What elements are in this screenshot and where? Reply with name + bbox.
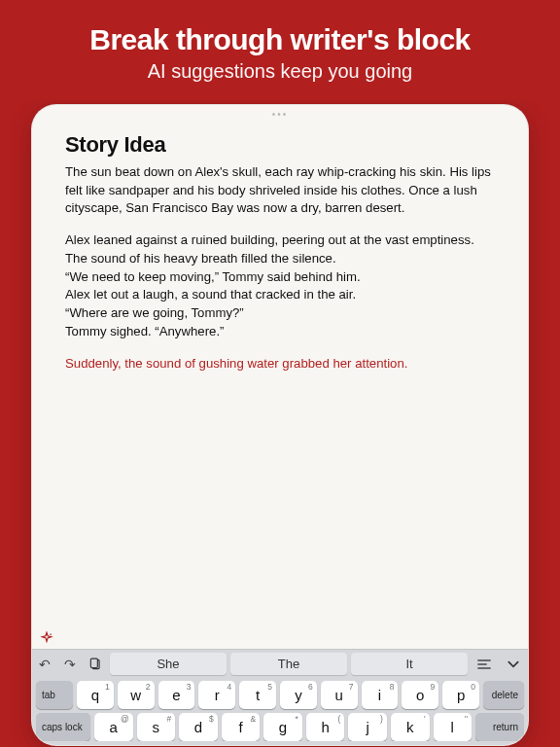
key-p[interactable]: p0 <box>442 681 479 709</box>
predictive-suggestion[interactable]: The <box>230 653 347 675</box>
hero-subtitle: AI suggestions keep you going <box>19 60 541 83</box>
key-r[interactable]: r4 <box>198 681 235 709</box>
clipboard-button[interactable] <box>83 650 108 678</box>
hide-keyboard-button[interactable] <box>499 650 528 678</box>
svg-rect-1 <box>90 658 97 667</box>
key-row-1: tab q1w2e3r4t5y6u7i8o9p0 delete <box>36 681 524 709</box>
predictive-bar: ↶ ↷ She The It <box>32 649 528 678</box>
body-paragraph: The sun beat down on Alex's skull, each … <box>65 163 495 218</box>
ai-suggestion[interactable]: Suddenly, the sound of gushing water gra… <box>65 355 495 374</box>
body-paragraph: Alex leaned against a ruined building, p… <box>65 231 495 340</box>
key-u[interactable]: u7 <box>321 681 358 709</box>
window-handle[interactable]: ••• <box>32 105 528 123</box>
key-row-2: caps lock a@s#d$f&g*h(j)k'l" return <box>36 713 524 741</box>
key-l[interactable]: l" <box>434 713 472 741</box>
hero-banner: Break through writer's block AI suggesti… <box>0 0 560 100</box>
predictive-suggestion[interactable]: It <box>351 653 468 675</box>
key-alt-label: 4 <box>227 682 231 692</box>
key-e[interactable]: e3 <box>158 681 195 709</box>
key-return[interactable]: return <box>475 713 524 741</box>
key-alt-label: @ <box>121 714 129 724</box>
key-j[interactable]: j) <box>348 713 387 741</box>
key-alt-label: 6 <box>308 682 313 692</box>
key-alt-label: & <box>251 714 257 724</box>
key-alt-label: 2 <box>146 682 151 692</box>
key-q[interactable]: q1 <box>77 681 114 709</box>
key-tab[interactable]: tab <box>36 681 73 709</box>
hero-title: Break through writer's block <box>19 23 541 56</box>
key-y[interactable]: y6 <box>280 681 317 709</box>
redo-button[interactable]: ↷ <box>57 650 83 678</box>
key-alt-label: ) <box>380 714 383 724</box>
undo-button[interactable]: ↶ <box>32 650 57 678</box>
document-title: Story Idea <box>65 132 495 158</box>
key-alt-label: ( <box>338 714 341 724</box>
paragraph-style-button[interactable] <box>470 650 499 678</box>
key-alt-label: 3 <box>187 682 192 692</box>
predictive-suggestion[interactable]: She <box>110 653 227 675</box>
ellipsis-icon: ••• <box>272 109 289 120</box>
key-d[interactable]: d$ <box>179 713 218 741</box>
key-w[interactable]: w2 <box>118 681 155 709</box>
key-alt-label: 1 <box>105 682 110 692</box>
key-alt-label: ' <box>424 714 426 724</box>
text-editor[interactable]: Story Idea The sun beat down on Alex's s… <box>32 123 528 627</box>
key-s[interactable]: s# <box>137 713 176 741</box>
editor-bottom-toolbar <box>32 627 528 649</box>
key-o[interactable]: o9 <box>402 681 438 709</box>
key-h[interactable]: h( <box>306 713 345 741</box>
key-alt-label: # <box>166 714 171 724</box>
key-alt-label: 5 <box>267 682 272 692</box>
on-screen-keyboard: tab q1w2e3r4t5y6u7i8o9p0 delete caps loc… <box>32 678 528 745</box>
key-capslock[interactable]: caps lock <box>36 713 90 741</box>
key-alt-label: * <box>296 714 298 724</box>
tablet-device: ••• Story Idea The sun beat down on Alex… <box>31 104 529 746</box>
sparkle-icon[interactable] <box>40 631 53 645</box>
key-alt-label: " <box>465 714 468 724</box>
key-i[interactable]: i8 <box>362 681 399 709</box>
key-t[interactable]: t5 <box>239 681 276 709</box>
key-a[interactable]: a@ <box>94 713 133 741</box>
key-g[interactable]: g* <box>263 713 302 741</box>
key-delete[interactable]: delete <box>483 681 524 709</box>
key-f[interactable]: f& <box>222 713 261 741</box>
key-alt-label: 0 <box>471 682 475 692</box>
key-alt-label: 9 <box>430 682 435 692</box>
key-alt-label: 7 <box>349 682 354 692</box>
key-alt-label: 8 <box>390 682 395 692</box>
key-alt-label: $ <box>209 714 214 724</box>
key-k[interactable]: k' <box>391 713 430 741</box>
